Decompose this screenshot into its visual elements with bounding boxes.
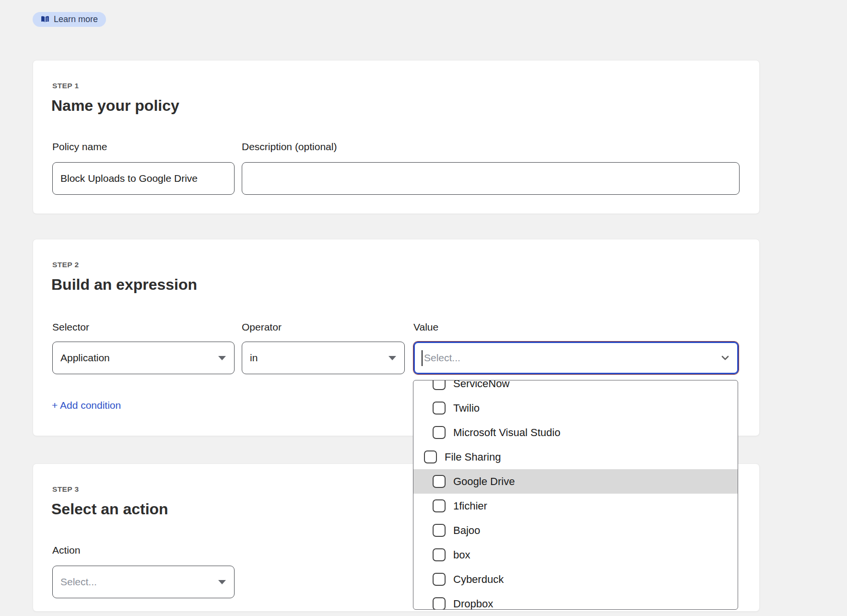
description-input[interactable]	[242, 162, 740, 195]
learn-more-label: Learn more	[54, 14, 98, 24]
dropdown-option[interactable]: Google Drive	[413, 469, 738, 494]
step3-label: STEP 3	[52, 485, 79, 494]
step1-title: Name your policy	[51, 97, 179, 115]
step1-card: STEP 1 Name your policy Policy name Desc…	[33, 60, 760, 214]
dropdown-option-label: File Sharing	[445, 451, 501, 463]
chevron-down-icon	[720, 353, 730, 366]
action-select[interactable]: Select...	[52, 566, 235, 598]
value-combobox[interactable]: Select...	[413, 342, 739, 374]
operator-label: Operator	[242, 321, 282, 333]
text-cursor	[422, 350, 423, 366]
operator-value: in	[250, 352, 258, 364]
dropdown-option[interactable]: Bajoo	[413, 518, 738, 543]
selector-select[interactable]: Application	[52, 342, 235, 374]
checkbox[interactable]	[433, 475, 446, 488]
step3-title: Select an action	[51, 500, 168, 518]
dropdown-option-label: Dropbox	[453, 598, 493, 610]
triangle-down-icon	[388, 356, 396, 360]
dropdown-option[interactable]: Cyberduck	[413, 567, 738, 592]
checkbox[interactable]	[433, 597, 446, 610]
checkbox[interactable]	[433, 380, 446, 390]
dropdown-option-label: Bajoo	[453, 524, 480, 537]
dropdown-option-label: Twilio	[453, 402, 480, 415]
action-label: Action	[52, 545, 80, 556]
triangle-down-icon	[218, 356, 226, 360]
step1-label: STEP 1	[52, 82, 79, 90]
value-placeholder: Select...	[424, 352, 460, 364]
checkbox[interactable]	[433, 524, 446, 537]
dropdown-option-label: Microsoft Visual Studio	[453, 426, 560, 439]
selector-label: Selector	[52, 321, 89, 333]
checkbox[interactable]	[433, 426, 446, 439]
dropdown-option-label: ServiceNow	[453, 380, 509, 390]
dropdown-option-label: box	[453, 549, 470, 561]
policy-name-label: Policy name	[52, 141, 107, 153]
action-placeholder: Select...	[60, 576, 97, 588]
dropdown-option[interactable]: 1fichier	[413, 494, 738, 518]
book-icon	[41, 16, 49, 23]
checkbox[interactable]	[433, 548, 446, 561]
dropdown-option-label: Cyberduck	[453, 573, 504, 586]
dropdown-option-label: Google Drive	[453, 475, 515, 488]
operator-select[interactable]: in	[242, 342, 405, 374]
learn-more-button[interactable]: Learn more	[33, 12, 106, 27]
value-dropdown-menu: ServiceNowTwilioMicrosoft Visual StudioF…	[413, 380, 738, 610]
step2-title: Build an expression	[51, 276, 197, 294]
dropdown-option[interactable]: Microsoft Visual Studio	[413, 420, 738, 445]
checkbox[interactable]	[433, 573, 446, 586]
triangle-down-icon	[218, 580, 226, 584]
policy-name-input[interactable]	[52, 162, 235, 195]
checkbox[interactable]	[424, 450, 437, 463]
dropdown-option[interactable]: File Sharing	[413, 445, 738, 469]
checkbox[interactable]	[433, 402, 446, 415]
dropdown-option[interactable]: Twilio	[413, 396, 738, 420]
dropdown-option[interactable]: ServiceNow	[413, 380, 738, 396]
step2-label: STEP 2	[52, 261, 79, 269]
dropdown-option[interactable]: Dropbox	[413, 592, 738, 610]
dropdown-option-list: ServiceNowTwilioMicrosoft Visual StudioF…	[413, 380, 738, 610]
dropdown-option-label: 1fichier	[453, 500, 487, 512]
dropdown-option[interactable]: box	[413, 543, 738, 567]
add-condition-link[interactable]: + Add condition	[52, 400, 121, 411]
checkbox[interactable]	[433, 499, 446, 512]
selector-value: Application	[60, 352, 110, 364]
value-label: Value	[413, 321, 438, 333]
description-label: Description (optional)	[242, 141, 337, 153]
